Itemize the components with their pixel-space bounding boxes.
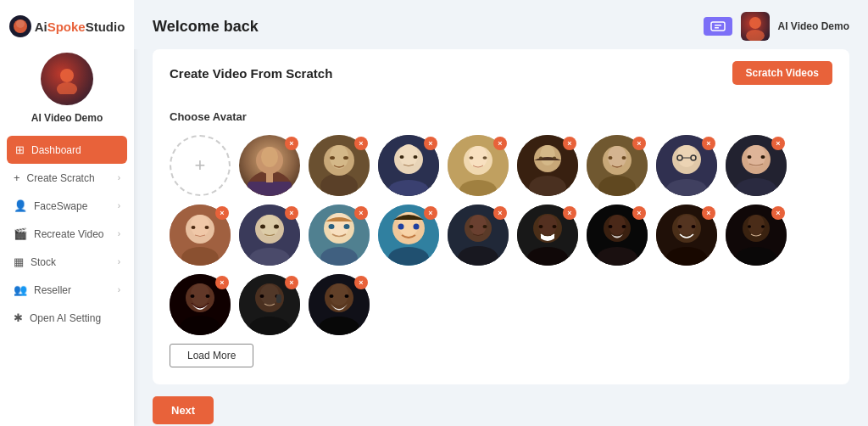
avatar-item[interactable]: × — [587, 205, 648, 266]
chevron-right-icon: › — [118, 201, 120, 210]
sidebar-item-stock[interactable]: ▦ Stock › — [0, 248, 134, 276]
content-area: Create Video From Scratch Scratch Videos… — [134, 49, 868, 426]
avatar-item[interactable]: × — [448, 135, 509, 196]
topbar: Welcome back AI Video Demo — [134, 0, 868, 49]
next-button[interactable]: Next — [153, 396, 214, 424]
avatar-item[interactable]: × — [656, 135, 717, 196]
avatar-item[interactable]: × — [517, 135, 578, 196]
svg-point-80 — [398, 224, 404, 230]
svg-point-37 — [539, 157, 542, 160]
avatar-remove-btn[interactable]: × — [563, 137, 576, 150]
sidebar-item-recreate-video[interactable]: 🎬 Recreate Video › — [0, 220, 134, 248]
avatar-remove-btn[interactable]: × — [632, 206, 646, 220]
avatar-remove-btn[interactable]: × — [354, 206, 368, 220]
avatar-item[interactable]: × — [378, 135, 439, 196]
sidebar-nav: ⊞ Dashboard + Create Scratch › 👤 FaceSwa… — [0, 136, 134, 332]
svg-point-24 — [399, 144, 418, 166]
avatar-remove-btn[interactable]: × — [563, 206, 576, 220]
svg-point-122 — [260, 294, 264, 298]
svg-point-61 — [191, 215, 209, 237]
svg-point-43 — [609, 156, 613, 160]
sidebar-item-openai[interactable]: ✱ Open AI Setting — [0, 304, 134, 332]
svg-point-110 — [748, 225, 751, 228]
chevron-right-icon: › — [118, 173, 120, 182]
sidebar-item-faceswap[interactable]: 👤 FaceSwape › — [0, 192, 134, 220]
load-more-button[interactable]: Load More — [170, 344, 253, 367]
avatar-item[interactable]: × — [309, 205, 370, 266]
svg-point-91 — [538, 215, 557, 235]
svg-point-38 — [553, 157, 556, 160]
svg-point-12 — [261, 147, 278, 167]
avatar-item[interactable]: × — [726, 205, 787, 266]
svg-point-81 — [414, 224, 420, 230]
svg-point-75 — [344, 224, 350, 229]
topbar-actions: AI Video Demo — [704, 12, 849, 41]
add-avatar-button[interactable]: + — [170, 135, 231, 196]
avatar-remove-btn[interactable]: × — [354, 137, 368, 150]
svg-point-103 — [677, 215, 696, 235]
avatar-remove-btn[interactable]: × — [771, 137, 785, 150]
svg-point-121 — [260, 284, 279, 305]
avatar-item[interactable]: × — [170, 205, 231, 266]
notification-icon-btn[interactable] — [704, 17, 732, 36]
svg-rect-124 — [276, 294, 281, 303]
avatar-item[interactable]: × — [170, 274, 231, 335]
main-content: Welcome back AI Video Demo Create Video … — [134, 0, 868, 426]
avatar-remove-btn[interactable]: × — [424, 137, 437, 150]
sidebar-item-reseller[interactable]: 👥 Reseller › — [0, 276, 134, 304]
sidebar-item-create-scratch[interactable]: + Create Scratch › — [0, 164, 134, 192]
svg-point-130 — [345, 294, 349, 298]
avatar-remove-btn[interactable]: × — [632, 137, 646, 150]
avatar-item[interactable]: × — [309, 135, 370, 196]
avatar-remove-btn[interactable]: × — [493, 206, 507, 220]
avatar-remove-btn[interactable]: × — [285, 206, 298, 220]
svg-point-92 — [539, 225, 543, 228]
avatar-remove-btn[interactable]: × — [285, 276, 298, 289]
sidebar-item-label: Stock — [31, 256, 56, 268]
svg-point-19 — [330, 156, 335, 160]
svg-rect-14 — [266, 172, 273, 182]
svg-point-117 — [206, 294, 210, 298]
svg-point-93 — [553, 225, 557, 228]
avatar-item[interactable]: × — [239, 274, 300, 335]
avatar-item[interactable]: × — [239, 135, 300, 196]
avatar-item[interactable]: × — [239, 205, 300, 266]
avatar-remove-btn[interactable]: × — [702, 206, 715, 220]
create-scratch-icon: + — [14, 171, 20, 184]
sidebar-item-dashboard[interactable]: ⊞ Dashboard — [7, 136, 127, 164]
user-avatar-icon — [741, 12, 770, 41]
svg-point-85 — [470, 215, 487, 235]
avatar-remove-btn[interactable]: × — [493, 137, 507, 150]
topbar-username: AI Video Demo — [778, 20, 849, 32]
avatar-remove-btn[interactable]: × — [215, 276, 229, 289]
svg-point-31 — [470, 156, 474, 160]
svg-point-20 — [343, 156, 348, 160]
svg-point-25 — [400, 155, 404, 159]
svg-point-32 — [483, 156, 487, 160]
user-menu-btn[interactable] — [741, 12, 770, 41]
avatar-remove-btn[interactable]: × — [354, 276, 368, 289]
svg-point-36 — [540, 145, 555, 165]
avatar-item[interactable]: × — [587, 135, 648, 196]
avatar-item[interactable]: × — [517, 205, 578, 266]
svg-point-62 — [192, 226, 196, 229]
avatar-item[interactable]: × — [378, 205, 439, 266]
sidebar-item-label: FaceSwape — [34, 200, 87, 212]
avatar-remove-btn[interactable]: × — [424, 206, 437, 220]
reseller-icon: 👥 — [14, 283, 27, 296]
avatar-remove-btn[interactable]: × — [215, 206, 229, 220]
scratch-videos-button[interactable]: Scratch Videos — [732, 61, 832, 85]
dashboard-icon: ⊞ — [15, 143, 25, 156]
avatar-item[interactable]: × — [448, 205, 509, 266]
avatar-item[interactable]: × — [309, 274, 370, 335]
monitor-icon — [710, 21, 726, 31]
avatar-remove-btn[interactable]: × — [771, 206, 785, 220]
sidebar: AiSpokeStudio AI Video Demo ⊞ Dashboard … — [0, 0, 134, 426]
openai-icon: ✱ — [14, 311, 23, 324]
avatar-remove-btn[interactable]: × — [702, 137, 715, 150]
avatar-item[interactable]: × — [656, 205, 717, 266]
avatar-item[interactable]: × — [726, 135, 787, 196]
svg-point-68 — [260, 225, 265, 229]
avatar-remove-btn[interactable]: × — [285, 137, 298, 150]
sidebar-item-label: Dashboard — [31, 144, 81, 156]
